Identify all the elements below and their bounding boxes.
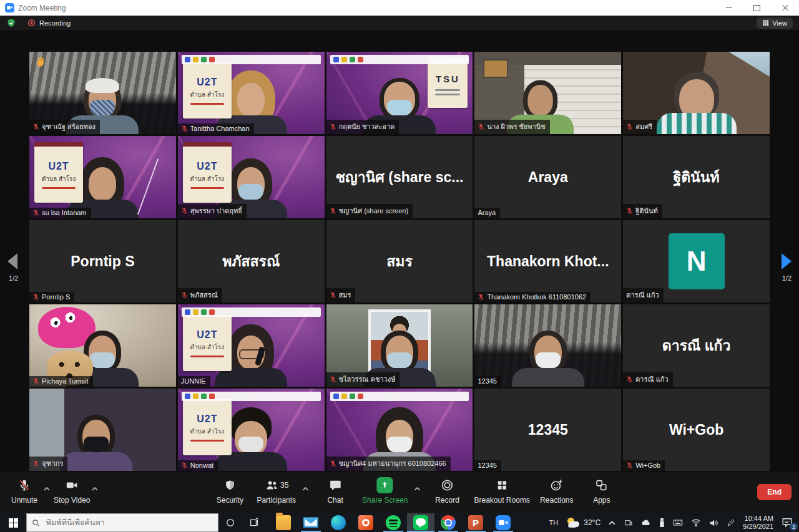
share-screen-button[interactable]: Share Screen xyxy=(362,477,408,505)
taskbar-chrome-icon[interactable] xyxy=(434,513,462,532)
start-button[interactable] xyxy=(0,513,26,532)
record-button[interactable]: Record xyxy=(429,477,465,505)
onedrive-icon[interactable] xyxy=(641,519,651,526)
stop-video-button[interactable]: Stop Video xyxy=(54,477,91,505)
window-title: Zoom Meeting xyxy=(18,4,66,12)
participant-name: Pichaya Tumsit xyxy=(42,377,89,385)
participant-tile[interactable]: Nดารณี แก้ว xyxy=(623,220,770,302)
participant-tile[interactable]: จุฑากร xyxy=(29,389,176,471)
participant-tile[interactable]: นาง ผิวพร ชัยพานิช xyxy=(474,52,621,134)
pen-workspace-icon[interactable] xyxy=(727,519,735,527)
cortana-button[interactable] xyxy=(218,513,242,532)
encryption-shield-icon[interactable] xyxy=(6,18,16,28)
participant-tile[interactable]: ดารณี แก้วดารณี แก้ว xyxy=(623,304,770,387)
chat-button[interactable]: Chat xyxy=(317,477,353,505)
wifi-icon[interactable] xyxy=(691,519,701,526)
next-page-arrow[interactable] xyxy=(782,253,792,269)
recording-label: Recording xyxy=(39,19,71,27)
participant-tile[interactable]: TSUกฤตนัย ชาวสะอาด xyxy=(326,52,473,134)
date-label: 9/29/2021 xyxy=(743,523,773,531)
breakout-rooms-button[interactable]: Breakout Rooms xyxy=(474,477,529,505)
participant-tile[interactable]: 12345 xyxy=(474,304,621,387)
unmute-options-chevron[interactable] xyxy=(44,482,50,493)
hidden-icons-chevron[interactable] xyxy=(609,521,615,525)
participant-tile[interactable]: ชไลวรรณ คชาวงษ์ xyxy=(326,304,473,387)
participant-tile[interactable]: สมศรี xyxy=(623,52,770,134)
volume-icon[interactable] xyxy=(709,519,718,527)
view-button[interactable]: View xyxy=(757,17,793,29)
security-button[interactable]: Security xyxy=(212,477,248,505)
participant-tile[interactable]: สมรสมร xyxy=(326,220,473,302)
participant-name-label: 12345 xyxy=(474,376,501,387)
end-button[interactable]: End xyxy=(757,484,792,500)
task-view-button[interactable] xyxy=(242,513,266,532)
action-center-icon[interactable]: 2 xyxy=(782,517,794,528)
participant-name-label: ชญานิศ4 มหาธนานุกร 6010802466 xyxy=(326,457,451,471)
taskbar-spotify-icon[interactable] xyxy=(380,513,407,532)
participant-figure xyxy=(509,328,587,387)
participant-name-label: จุฑากร xyxy=(29,457,67,471)
reactions-smiley-icon xyxy=(549,477,564,493)
taskbar-search[interactable] xyxy=(26,513,218,532)
participants-options-chevron[interactable] xyxy=(302,482,308,493)
task-view-icon xyxy=(249,518,259,528)
unmute-button[interactable]: Unmute xyxy=(6,477,42,505)
maximize-button[interactable] xyxy=(743,0,771,16)
participant-tile[interactable]: U2Tตำบล สำโรงJUNNIE xyxy=(178,304,325,387)
u2t-sign-board: U2Tตำบล สำโรง xyxy=(183,395,232,455)
apps-button[interactable]: Apps xyxy=(584,477,620,505)
language-indicator[interactable]: TH xyxy=(549,519,559,526)
participant-tile[interactable]: 1234512345 xyxy=(474,389,621,471)
meeting-toolbar: Unmute Stop Video Security xyxy=(0,472,799,513)
participant-tile[interactable]: U2Tตำบล สำโรงTanittha Chamchan xyxy=(178,52,325,134)
taskbar-powerpoint-icon[interactable]: P xyxy=(462,513,489,532)
participant-name: Thanakorn Khotkok 6110801062 xyxy=(487,293,586,301)
participant-name: 12345 xyxy=(478,377,497,385)
taskbar-office-icon[interactable] xyxy=(352,513,380,532)
participant-tile[interactable]: Pichaya Tumsit xyxy=(29,304,176,387)
participant-tile[interactable]: Wi+GobWi+Gob xyxy=(623,389,770,471)
participant-tile[interactable]: U2Tตำบล สำโรงsu isa Intanam xyxy=(29,136,176,218)
participant-name: สมร xyxy=(339,289,351,301)
usb-device-icon[interactable] xyxy=(659,518,665,527)
clock[interactable]: 10:44 AM 9/29/2021 xyxy=(743,515,773,531)
previous-page-arrow[interactable] xyxy=(7,253,17,269)
mic-muted-icon xyxy=(330,207,336,215)
u2t-sign-board: U2Tตำบล สำโรง xyxy=(34,142,83,203)
taskbar-edge-icon[interactable] xyxy=(325,513,352,532)
participant-name: นาง ผิวพร ชัยพานิช xyxy=(487,121,545,132)
recording-indicator: Recording xyxy=(27,19,71,27)
title-bar: Zoom Meeting xyxy=(0,0,799,16)
participant-name: ชญานิศ (share screen) xyxy=(339,205,409,216)
participant-tile[interactable]: U2Tตำบล สำโรงNonwat xyxy=(178,389,325,471)
close-button[interactable] xyxy=(771,0,799,16)
participants-button[interactable]: 35 Participants xyxy=(257,477,296,505)
participant-tile[interactable]: พภัสสรณ์พภัสสรณ์ xyxy=(178,220,325,302)
participant-tile[interactable]: ArayaAraya xyxy=(474,136,621,218)
reactions-button[interactable]: Reactions xyxy=(539,477,575,505)
participant-tile[interactable]: จุฑาณัฐ สร้อยทอง xyxy=(29,52,176,134)
participant-tile[interactable]: Thanakorn Khot...Thanakorn Khotkok 61108… xyxy=(474,220,621,302)
taskbar-line-icon[interactable] xyxy=(407,513,434,532)
logo-banner xyxy=(330,55,469,64)
minimize-button[interactable] xyxy=(715,0,743,16)
weather-widget[interactable]: 32°C xyxy=(566,517,600,528)
participant-tile[interactable]: ชญานิศ4 มหาธนานุกร 6010802466 xyxy=(326,389,473,471)
participant-tile[interactable]: ชญานิศ (share sc...ชญานิศ (share screen) xyxy=(326,136,473,218)
share-options-chevron[interactable] xyxy=(414,482,420,493)
taskbar-zoom-icon[interactable] xyxy=(489,513,517,532)
participant-name: ดารณี แก้ว xyxy=(626,289,659,301)
participant-tile[interactable]: Porntip SPorntip S xyxy=(29,220,176,302)
touch-keyboard-icon[interactable] xyxy=(673,519,683,526)
participant-tile[interactable]: ฐิตินันท์ฐิตินันท์ xyxy=(623,136,770,218)
tablet-mode-icon[interactable] xyxy=(624,519,633,527)
mic-muted-icon xyxy=(626,375,633,383)
shield-icon xyxy=(223,477,236,493)
taskbar-mail-icon[interactable] xyxy=(297,513,325,532)
search-input[interactable] xyxy=(45,518,191,528)
windows-logo-icon xyxy=(9,518,18,528)
video-options-chevron[interactable] xyxy=(92,482,98,493)
participant-tile[interactable]: U2Tตำบล สำโรงสุพรรษา ปาดฤทธิ์ xyxy=(178,136,325,218)
participant-name: ดารณี แก้ว xyxy=(635,374,668,385)
taskbar-file-explorer-icon[interactable] xyxy=(270,513,297,532)
